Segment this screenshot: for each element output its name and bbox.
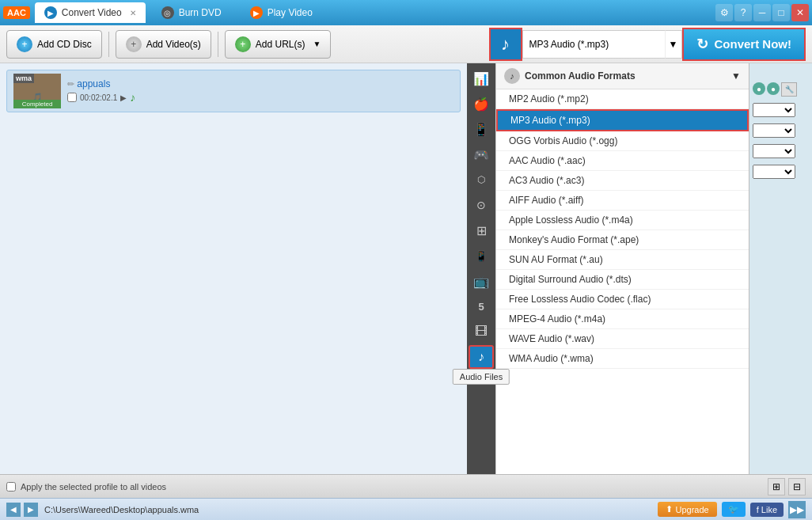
convert-arrow: ▶ bbox=[120, 93, 127, 102]
file-thumbnail: wma 🎵 Completed bbox=[13, 74, 61, 108]
add-url-label: Add URL(s) bbox=[256, 39, 305, 50]
tab-convert-label: Convert Video bbox=[62, 7, 122, 18]
group-collapse-icon: ▼ bbox=[731, 70, 741, 82]
format-ape[interactable]: Monkey's Audio Format (*.ape) bbox=[496, 230, 749, 250]
format-icon-btn[interactable]: ♪ bbox=[489, 28, 522, 61]
status-bar-right: ⬆ Upgrade 🐦 f Like ▶▶ bbox=[658, 501, 806, 518]
twitter-button[interactable]: 🐦 bbox=[722, 502, 746, 517]
format-ogg[interactable]: OGG Vorbis Audio (*.ogg) bbox=[496, 131, 749, 151]
bottom-action-1[interactable]: ⊞ bbox=[768, 478, 785, 495]
quality-select-2[interactable] bbox=[753, 123, 795, 138]
format-dropdown-arrow[interactable]: ▼ bbox=[665, 30, 682, 59]
upgrade-button[interactable]: ⬆ Upgrade bbox=[658, 502, 717, 517]
quality-select-4[interactable] bbox=[753, 165, 795, 179]
format-wav[interactable]: WAVE Audio (*.wav) bbox=[496, 329, 749, 349]
lg-icon[interactable]: ⊙ bbox=[469, 193, 494, 217]
tab-play-video[interactable]: ▶ Play Video bbox=[237, 2, 325, 23]
add-url-button[interactable]: + Add URL(s) ▼ bbox=[225, 30, 332, 59]
add-cd-button[interactable]: + Add CD Disc bbox=[6, 30, 102, 59]
status-nav-right[interactable]: ▶ bbox=[24, 503, 38, 517]
window-maximize-btn[interactable]: □ bbox=[772, 4, 790, 21]
facebook-button[interactable]: f Like bbox=[750, 503, 784, 517]
huawei-icon[interactable]: ⬡ bbox=[469, 168, 494, 192]
add-video-icon: + bbox=[126, 36, 142, 52]
audio-files-tooltip: Audio Files bbox=[453, 369, 510, 385]
wrench-btn[interactable]: 🔧 bbox=[781, 82, 797, 97]
tab-play-label: Play Video bbox=[268, 7, 313, 18]
format-list: MP2 Audio (*.mp2) MP3 Audio (*.mp3) OGG … bbox=[496, 89, 749, 474]
toolbar-sep-2 bbox=[218, 32, 218, 57]
window-close-btn[interactable]: ✕ bbox=[791, 4, 809, 21]
burn-dvd-icon: ◎ bbox=[161, 6, 174, 19]
tab-close-icon[interactable]: ✕ bbox=[130, 9, 136, 17]
format-ac3[interactable]: AC3 Audio (*.ac3) bbox=[496, 171, 749, 191]
convert-video-icon: ▶ bbox=[44, 6, 57, 19]
format-dropdown-panel: ♪ Common Audio Formats ▼ MP2 Audio (*.mp… bbox=[495, 63, 749, 474]
add-cd-icon: + bbox=[17, 36, 32, 52]
format-aac[interactable]: AAC Audio (*.aac) bbox=[496, 151, 749, 171]
tab-burn-label: Burn DVD bbox=[179, 7, 222, 18]
group-header-label: Common Audio Formats bbox=[525, 70, 636, 82]
windows-icon[interactable]: ⊞ bbox=[469, 218, 494, 242]
edit-icon[interactable]: ✏ bbox=[67, 79, 74, 89]
toolbar-sep-1 bbox=[108, 32, 109, 57]
tab-burn-dvd[interactable]: ◎ Burn DVD bbox=[149, 2, 234, 23]
status-bar-left: ◀ ▶ bbox=[6, 503, 38, 517]
mobile-icon[interactable]: 📱 bbox=[469, 117, 494, 141]
green-indicator-2: ● bbox=[767, 82, 780, 95]
film-icon[interactable]: 🎞 bbox=[469, 320, 494, 344]
convert-now-button[interactable]: ↻ Convert Now! bbox=[682, 28, 806, 61]
file-list: wma 🎵 Completed ✏ appuals 00:02:02.1 ▶ ♪ bbox=[0, 63, 467, 474]
window-controls: ⚙ ? ─ □ ✕ bbox=[715, 4, 809, 21]
status-more-btn[interactable]: ▶▶ bbox=[788, 501, 806, 518]
convert-label: Convert Now! bbox=[715, 37, 792, 51]
dropdown-container: 📊 🍎 📱 🎮 ⬡ ⊙ ⊞ 📱 📺 5 🎞 ♪ Audio Files ♪ Co… bbox=[467, 63, 812, 474]
format-aiff[interactable]: AIFF Audio (*.aiff) bbox=[496, 191, 749, 211]
play-video-icon: ▶ bbox=[250, 6, 263, 19]
file-item[interactable]: wma 🎵 Completed ✏ appuals 00:02:02.1 ▶ ♪ bbox=[6, 70, 461, 112]
bottom-action-2[interactable]: ⊟ bbox=[788, 478, 806, 495]
status-nav-left[interactable]: ◀ bbox=[6, 503, 21, 517]
upgrade-arrow-icon: ⬆ bbox=[666, 504, 673, 514]
group-header-icon: ♪ bbox=[504, 68, 520, 84]
game-icon[interactable]: 🎮 bbox=[469, 142, 494, 166]
ctrl-row-3 bbox=[753, 144, 809, 158]
tab-convert-video[interactable]: ▶ Convert Video ✕ bbox=[35, 2, 146, 23]
main-content: wma 🎵 Completed ✏ appuals 00:02:02.1 ▶ ♪ bbox=[0, 63, 812, 474]
format-flac[interactable]: Free Lossless Audio Codec (.flac) bbox=[496, 290, 749, 309]
phone2-icon[interactable]: 📱 bbox=[469, 244, 494, 268]
twitter-icon: 🐦 bbox=[728, 504, 739, 514]
window-settings-btn[interactable]: ⚙ bbox=[715, 4, 733, 21]
fb-label: f Like bbox=[757, 505, 777, 514]
right-scroll-panel: ● ● 🔧 bbox=[749, 63, 812, 474]
quality-select-3[interactable] bbox=[753, 144, 795, 158]
apply-profile-checkbox[interactable] bbox=[6, 482, 16, 492]
tv-icon[interactable]: 📺 bbox=[469, 269, 494, 293]
format-dropdown[interactable]: MP3 Audio (*.mp3) bbox=[522, 30, 665, 59]
format-wma[interactable]: WMA Audio (*.wma) bbox=[496, 349, 749, 369]
format-mp3[interactable]: MP3 Audio (*.mp3) bbox=[496, 109, 749, 131]
audio-files-icon[interactable]: ♪ Audio Files bbox=[469, 345, 494, 369]
upgrade-label: Upgrade bbox=[676, 505, 709, 514]
format-au[interactable]: SUN AU Format (*.au) bbox=[496, 250, 749, 270]
format-mp2[interactable]: MP2 Audio (*.mp2) bbox=[496, 89, 749, 109]
output-format-icon: ♪ bbox=[130, 91, 135, 104]
ctrl-row-2 bbox=[753, 123, 809, 138]
format-m4a[interactable]: MPEG-4 Audio (*.m4a) bbox=[496, 309, 749, 329]
file-select-checkbox[interactable] bbox=[67, 93, 77, 102]
apple-icon[interactable]: 🍎 bbox=[469, 92, 494, 116]
quality-select-1[interactable] bbox=[753, 103, 795, 117]
format-m4a-apple[interactable]: Apple Lossless Audio (*.m4a) bbox=[496, 211, 749, 230]
add-video-label: Add Video(s) bbox=[146, 39, 201, 50]
format-dts[interactable]: Digital Surround Audio (*.dts) bbox=[496, 270, 749, 290]
right-panel-controls: ● ● 🔧 bbox=[753, 82, 809, 179]
format-group-header[interactable]: ♪ Common Audio Formats ▼ bbox=[496, 63, 749, 89]
window-help-btn[interactable]: ? bbox=[734, 4, 752, 21]
chart-icon[interactable]: 📊 bbox=[469, 66, 494, 90]
window-minimize-btn[interactable]: ─ bbox=[753, 4, 771, 21]
bottom-actions: ⊞ ⊟ bbox=[768, 478, 806, 495]
status-path: C:\Users\Wareed\Desktop\appuals.wma bbox=[44, 505, 651, 514]
file-duration: 00:02:02.1 bbox=[80, 93, 117, 102]
add-video-button[interactable]: + Add Video(s) bbox=[116, 30, 211, 59]
html5-icon[interactable]: 5 bbox=[469, 294, 494, 318]
